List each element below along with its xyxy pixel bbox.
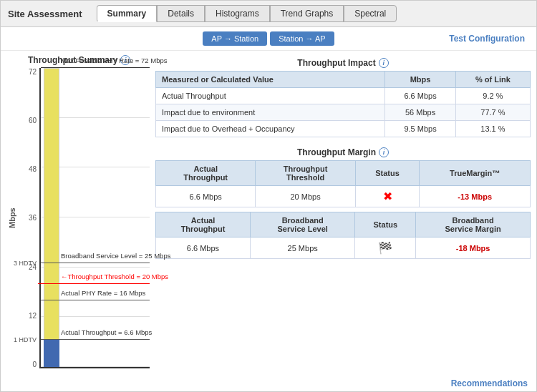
tab-summary[interactable]: Summary bbox=[97, 5, 158, 22]
hdtv-1-label: 1 HDTV bbox=[14, 336, 37, 343]
main-content: Throughput Summary i Mbps 72 60 48 36 24… bbox=[1, 51, 536, 392]
station-ap-button[interactable]: Station → AP bbox=[270, 31, 334, 46]
margin-actual-1: 6.6 Mbps bbox=[156, 186, 256, 207]
impact-pct-1: 9.2 % bbox=[455, 88, 530, 104]
margin-value-1: -13 Mbps bbox=[420, 186, 531, 207]
impact-metric-3: Impact due to Overhead + Occupancy bbox=[156, 121, 385, 137]
chart-area: Throughput Summary i Mbps 72 60 48 36 24… bbox=[6, 55, 150, 388]
throughput-margin-section: Throughput Margin i ActualThroughput Thr… bbox=[155, 147, 531, 259]
throughput-impact-section: Throughput Impact i Measured or Calculat… bbox=[155, 58, 531, 137]
bar-phy-rate bbox=[44, 68, 59, 340]
impact-title: Throughput Impact i bbox=[155, 58, 531, 68]
app-header: Site Assessment Summary Details Histogra… bbox=[1, 1, 536, 27]
impact-info-icon[interactable]: i bbox=[379, 58, 389, 68]
margin-col-broadband-margin: BroadbandService Margin bbox=[416, 212, 531, 237]
label-actual-phy: Actual PHY Rate = 16 Mbps bbox=[61, 289, 145, 297]
y-axis: 72 60 48 36 24 12 0 bbox=[19, 68, 39, 368]
line-actual-tp bbox=[41, 339, 150, 340]
margin-col-status2: Status bbox=[355, 212, 416, 237]
margin-table-2: ActualThroughput BroadbandService Level … bbox=[155, 212, 531, 259]
tab-spectral[interactable]: Spectral bbox=[344, 5, 397, 22]
impact-col-mbps: Mbps bbox=[385, 72, 455, 88]
margin-col-broadband: BroadbandService Level bbox=[250, 212, 354, 237]
margin-threshold-2: 25 Mbps bbox=[250, 237, 354, 259]
direction-buttons: AP → Station Station → AP bbox=[203, 31, 334, 46]
right-panel: Throughput Impact i Measured or Calculat… bbox=[155, 55, 531, 388]
margin-table: ActualThroughput ThroughputThreshold Sta… bbox=[155, 160, 531, 207]
margin-title: Throughput Margin i bbox=[155, 147, 531, 157]
impact-mbps-3: 9.5 Mbps bbox=[385, 121, 455, 137]
impact-mbps-2: 56 Mbps bbox=[385, 104, 455, 121]
margin-status-1: ✖ bbox=[355, 186, 420, 207]
label-broadband: Broadband Service Level = 25 Mbps bbox=[61, 251, 170, 259]
line-max-phy bbox=[41, 67, 150, 68]
bar-actual-throughput bbox=[44, 340, 59, 367]
margin-row-2: 6.6 Mbps 25 Mbps 🏁 -18 Mbps bbox=[156, 237, 531, 259]
margin-threshold-1: 20 Mbps bbox=[256, 186, 355, 207]
chart-container: Mbps 72 60 48 36 24 12 0 bbox=[6, 68, 150, 368]
impact-row-3: Impact due to Overhead + Occupancy 9.5 M… bbox=[156, 121, 531, 137]
recommendations-link[interactable]: Recommendations bbox=[155, 378, 531, 388]
impact-row-2: Impact due to environment 56 Mbps 77.7 % bbox=[156, 104, 531, 121]
line-actual-phy bbox=[41, 300, 150, 300]
margin-status-2: 🏁 bbox=[355, 237, 416, 259]
label-max-phy: Max Possible PHY Rate = 72 Mbps bbox=[61, 57, 167, 64]
label-actual-tp: Actual Throughput = 6.6 Mbps bbox=[61, 328, 152, 335]
impact-metric-2: Impact due to environment bbox=[156, 104, 385, 121]
margin-col-truemargin: TrueMargin™ bbox=[420, 161, 531, 186]
y-axis-label: Mbps bbox=[6, 68, 18, 368]
line-broadband bbox=[41, 263, 150, 263]
hdtv-3-label: 3 HDTV bbox=[14, 260, 37, 267]
toolbar: AP → Station Station → AP Test Configura… bbox=[1, 27, 536, 51]
impact-mbps-1: 6.6 Mbps bbox=[385, 88, 455, 104]
margin-col-status1: Status bbox=[355, 161, 420, 186]
tab-histograms[interactable]: Histograms bbox=[205, 5, 270, 22]
impact-col-metric: Measured or Calculated Value bbox=[156, 72, 385, 88]
impact-col-pct: % of Link bbox=[455, 72, 530, 88]
impact-metric-1: Actual Throughput bbox=[156, 88, 385, 104]
margin-col-actual2: ActualThroughput bbox=[156, 212, 251, 237]
chart-plot: Max Possible PHY Rate = 72 Mbps Broadban… bbox=[39, 68, 150, 368]
app-title: Site Assessment bbox=[8, 9, 82, 19]
tab-details[interactable]: Details bbox=[157, 5, 205, 22]
impact-pct-2: 77.7 % bbox=[455, 104, 530, 121]
tab-trend-graphs[interactable]: Trend Graphs bbox=[270, 5, 344, 22]
line-threshold bbox=[38, 283, 150, 284]
ap-station-button[interactable]: AP → Station bbox=[203, 31, 267, 46]
margin-col-threshold: ThroughputThreshold bbox=[256, 161, 355, 186]
margin-value-2: -18 Mbps bbox=[416, 237, 531, 259]
label-threshold: ←Throughput Threshold = 20 Mbps bbox=[61, 272, 168, 280]
impact-table: Measured or Calculated Value Mbps % of L… bbox=[155, 71, 531, 137]
margin-info-icon[interactable]: i bbox=[379, 147, 389, 157]
nav-tabs: Summary Details Histograms Trend Graphs … bbox=[97, 5, 397, 22]
impact-row-1: Actual Throughput 6.6 Mbps 9.2 % bbox=[156, 88, 531, 104]
margin-row-1: 6.6 Mbps 20 Mbps ✖ -13 Mbps bbox=[156, 186, 531, 207]
margin-col-actual1: ActualThroughput bbox=[156, 161, 256, 186]
impact-pct-3: 13.1 % bbox=[455, 121, 530, 137]
test-config-link[interactable]: Test Configuration bbox=[449, 34, 525, 44]
